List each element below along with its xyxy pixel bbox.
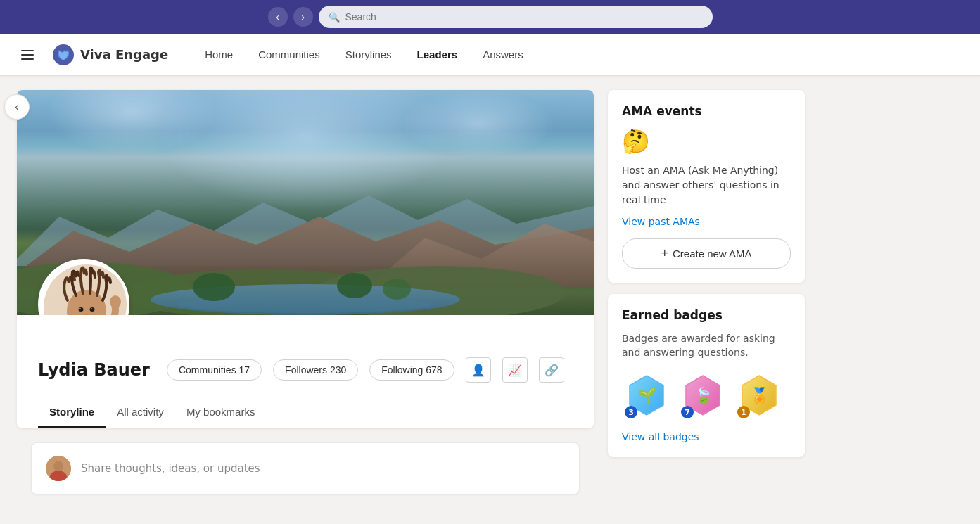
ama-description-text: Host an AMA (Ask Me Anything) and answer…	[622, 163, 791, 207]
avatar	[38, 259, 129, 315]
badge-emoji-1: 🌱	[637, 387, 656, 404]
ama-emoji-icon: 🤔	[622, 128, 791, 155]
badge-item-1: 🌱 3	[622, 371, 671, 420]
followers-stat-badge[interactable]: Followers 230	[273, 359, 358, 381]
viva-engage-logo-icon	[52, 44, 75, 66]
svg-point-9	[193, 273, 235, 301]
profile-card: Lydia Bauer Communities 17 Followers 230…	[17, 90, 594, 428]
analytics-button[interactable]: 📈	[502, 357, 528, 383]
browser-search-input[interactable]	[345, 11, 703, 23]
earned-badges-card: Earned badges Badges are awarded for ask…	[608, 294, 805, 457]
nav-answers[interactable]: Answers	[471, 43, 535, 66]
badges-card-title: Earned badges	[622, 308, 791, 322]
tab-my-bookmarks[interactable]: My bookmarks	[175, 397, 267, 428]
browser-forward-button[interactable]: ›	[293, 7, 313, 27]
nav-home[interactable]: Home	[193, 43, 244, 66]
cover-photo	[17, 90, 594, 315]
svg-point-11	[383, 279, 411, 300]
ama-card-title: AMA events	[622, 104, 791, 118]
right-sidebar: AMA events 🤔 Host an AMA (Ask Me Anythin…	[608, 90, 805, 509]
app-header: Viva Engage Home Communities Storylines …	[0, 34, 980, 76]
link-button[interactable]: 🔗	[539, 357, 564, 383]
profile-tabs: Storyline All activity My bookmarks	[17, 397, 594, 428]
profile-name: Lydia Bauer	[38, 360, 150, 380]
following-stat-badge[interactable]: Following 678	[369, 359, 454, 381]
create-new-ama-button[interactable]: + Create new AMA	[622, 238, 791, 269]
svg-point-29	[53, 461, 63, 472]
link-icon: 🔗	[545, 364, 559, 377]
nav-storylines[interactable]: Storylines	[334, 43, 403, 66]
view-all-badges-link[interactable]: View all badges	[622, 431, 699, 442]
main-navigation: Home Communities Storylines Leaders Answ…	[193, 43, 534, 66]
app-logo[interactable]: Viva Engage	[52, 44, 168, 66]
chart-icon: 📈	[508, 364, 522, 377]
back-button[interactable]: ‹	[4, 94, 30, 120]
badge-emoji-3: 🏅	[750, 387, 769, 404]
id-card-icon: 👤	[471, 364, 485, 377]
create-ama-label: Create new AMA	[673, 248, 752, 260]
post-composer[interactable]: Share thoughts, ideas, or updates	[31, 442, 580, 494]
search-icon: 🔍	[329, 12, 340, 23]
badge-item-2: 🍃 7	[678, 371, 727, 420]
view-past-amas-link[interactable]: View past AMAs	[622, 216, 791, 227]
nav-leaders[interactable]: Leaders	[406, 43, 469, 66]
communities-stat-badge[interactable]: Communities 17	[167, 359, 262, 381]
avatar-container	[38, 259, 129, 315]
svg-point-23	[90, 307, 95, 312]
hamburger-menu-button[interactable]	[17, 46, 38, 64]
app-title-text: Viva Engage	[80, 47, 168, 62]
nav-communities[interactable]: Communities	[247, 43, 331, 66]
plus-icon: +	[661, 246, 668, 261]
svg-point-22	[79, 307, 84, 312]
ama-events-card: AMA events 🤔 Host an AMA (Ask Me Anythin…	[608, 90, 805, 283]
profile-photo	[41, 262, 129, 315]
composer-placeholder-text: Share thoughts, ideas, or updates	[81, 462, 260, 475]
browser-bar: ‹ › 🔍	[0, 0, 980, 34]
profile-section: Lydia Bauer Communities 17 Followers 230…	[17, 90, 594, 509]
browser-address-bar: 🔍	[319, 6, 713, 28]
page-content: ‹	[0, 76, 980, 523]
tab-storyline[interactable]: Storyline	[38, 397, 106, 428]
badge-item-3: 🏅 1	[734, 371, 784, 420]
svg-point-10	[337, 273, 372, 298]
svg-point-25	[91, 308, 92, 309]
svg-point-24	[79, 308, 81, 309]
profile-details-button[interactable]: 👤	[466, 357, 491, 383]
profile-info: Lydia Bauer Communities 17 Followers 230…	[17, 315, 594, 397]
svg-point-27	[110, 295, 121, 308]
badges-description-text: Badges are awarded for asking and answer…	[622, 332, 791, 359]
badges-row: 🌱 3	[622, 371, 791, 420]
composer-avatar	[46, 456, 71, 481]
browser-back-button[interactable]: ‹	[268, 7, 288, 27]
chevron-left-icon: ‹	[15, 101, 18, 113]
tab-all-activity[interactable]: All activity	[106, 397, 175, 428]
badge-emoji-2: 🍃	[694, 387, 713, 404]
